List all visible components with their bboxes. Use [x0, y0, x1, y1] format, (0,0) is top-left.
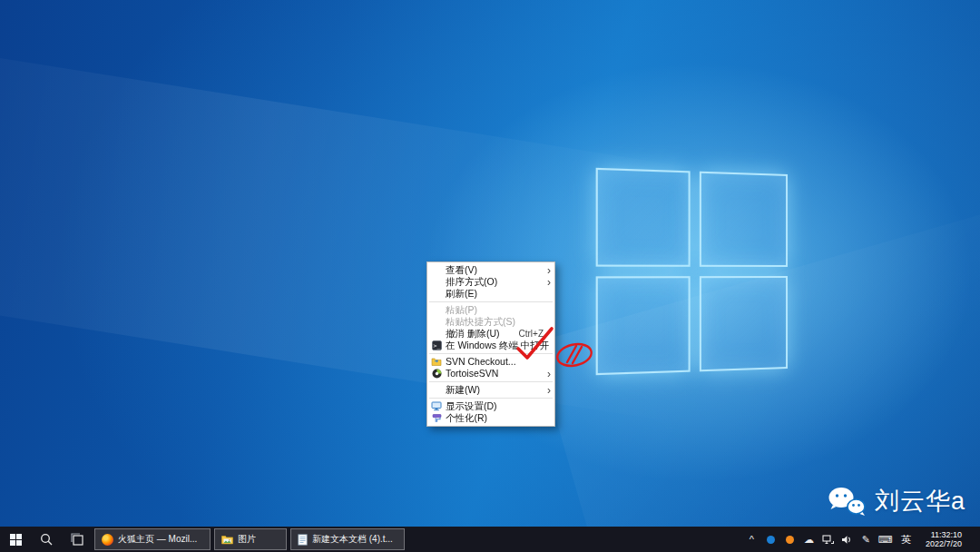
menu-item-label: 排序方式(O)	[446, 276, 497, 288]
menu-item-label: 粘贴快捷方式(S)	[446, 316, 515, 328]
search-button[interactable]	[31, 527, 62, 552]
touch-keyboard-icon[interactable]: ⌨	[878, 532, 892, 547]
window-pane	[596, 276, 691, 375]
menu-item-sort-by[interactable]: 排序方式(O) ›	[427, 276, 554, 288]
red-circle-slashes-annotation	[554, 340, 595, 370]
menu-item-refresh[interactable]: 刷新(E)	[427, 288, 554, 300]
display-settings-icon	[431, 401, 442, 411]
tray-app-orange-icon[interactable]	[783, 532, 797, 547]
menu-separator	[429, 301, 553, 302]
menu-item-label: 新建(W)	[446, 384, 480, 396]
tortoisesvn-icon	[432, 369, 442, 379]
menu-item-view[interactable]: 查看(V) ›	[427, 264, 554, 276]
clock-time: 11:32:10	[926, 530, 962, 539]
taskbar-clock[interactable]: 11:32:10 2022/7/20	[920, 530, 967, 548]
windows-start-icon	[10, 534, 22, 546]
tray-app-blue-icon[interactable]	[764, 532, 778, 547]
wechat-icon	[828, 486, 866, 517]
system-tray: ^ ☁ ✎ ⌨ 英 11:32:10 2	[745, 527, 980, 552]
window-pane	[700, 276, 788, 371]
personalization-icon	[432, 413, 442, 423]
taskbar-app-label: 图片	[238, 533, 256, 546]
windows-logo-wallpaper	[596, 168, 788, 375]
menu-item-tortoisesvn[interactable]: TortoiseSVN ›	[427, 368, 554, 380]
ime-indicator[interactable]: 英	[897, 533, 915, 547]
menu-item-label: 刷新(E)	[446, 288, 477, 300]
firefox-icon	[102, 534, 113, 546]
pen-icon[interactable]: ✎	[859, 532, 873, 547]
task-view-button[interactable]	[62, 527, 93, 552]
menu-item-open-in-windows-terminal[interactable]: >_ 在 Windows 终端 中打开	[427, 340, 554, 351]
pictures-folder-icon	[221, 535, 233, 545]
taskbar-app-label: 火狐主页 — Mozil...	[118, 533, 197, 546]
menu-item-new[interactable]: 新建(W) ›	[427, 384, 554, 396]
submenu-arrow-icon: ›	[544, 369, 554, 380]
menu-item-paste: 粘贴(P)	[427, 304, 554, 316]
windows-terminal-icon: >_	[432, 340, 442, 350]
submenu-arrow-icon: ›	[544, 277, 554, 288]
menu-item-shortcut: Ctrl+Z	[519, 328, 555, 340]
menu-item-display-settings[interactable]: 显示设置(D)	[427, 400, 554, 412]
context-menu: 查看(V) › 排序方式(O) › 刷新(E) 粘贴(P) 粘贴快捷方式(S) …	[426, 261, 555, 427]
task-view-icon	[71, 533, 83, 546]
notepad-icon	[298, 534, 308, 546]
network-icon[interactable]	[821, 532, 835, 547]
menu-item-undo-delete[interactable]: 撤消 删除(U) Ctrl+Z	[427, 328, 554, 340]
menu-separator	[429, 353, 553, 354]
start-button[interactable]	[0, 527, 31, 552]
window-pane	[596, 168, 691, 267]
menu-item-label: 在 Windows 终端 中打开	[446, 340, 549, 351]
taskbar-app-firefox[interactable]: 火狐主页 — Mozil...	[94, 528, 211, 550]
menu-item-label: SVN Checkout...	[446, 356, 516, 368]
watermark-name: 刘云华a	[875, 485, 965, 518]
submenu-arrow-icon: ›	[544, 265, 554, 276]
menu-item-label: TortoiseSVN	[446, 368, 498, 380]
svn-checkout-icon	[431, 357, 442, 367]
submenu-arrow-icon: ›	[544, 385, 554, 396]
menu-item-label: 查看(V)	[446, 264, 477, 276]
taskbar-app-notepad[interactable]: 新建文本文档 (4).t...	[290, 528, 405, 550]
menu-item-label: 撤消 删除(U)	[446, 328, 500, 340]
wechat-watermark: 刘云华a	[828, 485, 965, 518]
onedrive-cloud-icon[interactable]: ☁	[802, 532, 816, 547]
menu-separator	[429, 398, 553, 399]
menu-item-label: 粘贴(P)	[446, 304, 477, 316]
window-pane	[700, 172, 788, 267]
menu-item-svn-checkout[interactable]: SVN Checkout...	[427, 356, 554, 368]
menu-item-personalize[interactable]: 个性化(R)	[427, 412, 554, 424]
hidden-icons-chevron[interactable]: ^	[745, 532, 759, 547]
menu-item-label: 个性化(R)	[446, 412, 487, 424]
menu-item-label: 显示设置(D)	[446, 400, 497, 412]
menu-separator	[429, 381, 553, 382]
svg-text:>_: >_	[433, 342, 440, 350]
menu-item-paste-shortcut: 粘贴快捷方式(S)	[427, 316, 554, 328]
clock-date: 2022/7/20	[926, 539, 962, 548]
taskbar-app-pictures[interactable]: 图片	[214, 528, 287, 550]
volume-icon[interactable]	[840, 532, 854, 547]
desktop[interactable]: 查看(V) › 排序方式(O) › 刷新(E) 粘贴(P) 粘贴快捷方式(S) …	[0, 0, 980, 552]
search-icon	[40, 533, 53, 546]
taskbar: 火狐主页 — Mozil... 图片 新建文本文档 (4).t... ^	[0, 527, 980, 552]
taskbar-app-label: 新建文本文档 (4).t...	[312, 533, 393, 546]
